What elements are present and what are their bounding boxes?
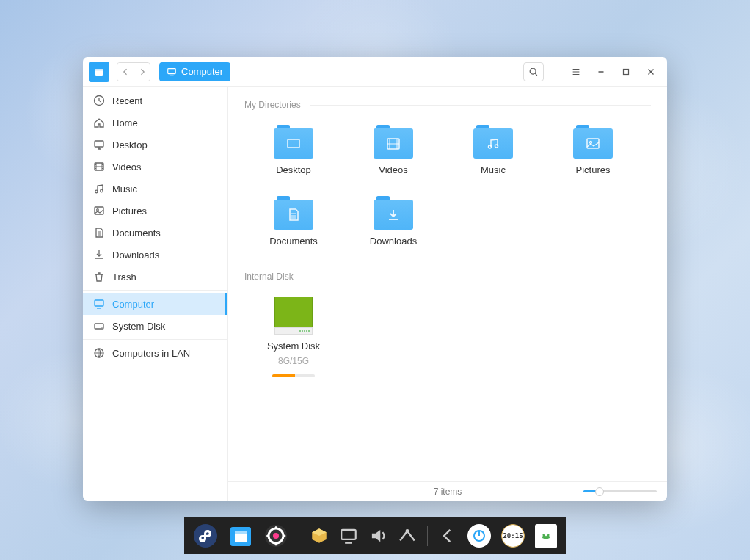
sidebar-item-label: Trash	[112, 272, 136, 283]
zoom-slider[interactable]	[583, 490, 657, 492]
folder-icon	[473, 125, 513, 159]
nav-buttons	[117, 62, 150, 81]
home-icon	[93, 117, 105, 128]
desktop-icon	[93, 139, 105, 150]
item-label: System Disk	[267, 341, 320, 352]
sidebar-item-home[interactable]: Home	[83, 112, 227, 134]
sidebar-item-music[interactable]: Music	[83, 178, 227, 200]
sidebar-item-desktop[interactable]: Desktop	[83, 134, 227, 156]
item-label: Documents	[269, 236, 318, 247]
computer-icon	[93, 298, 105, 310]
download-icon	[93, 249, 105, 261]
search-button[interactable]	[523, 62, 544, 81]
sidebar-item-recent[interactable]: Recent	[83, 90, 227, 112]
back-button[interactable]	[117, 63, 134, 81]
item-label: Downloads	[370, 236, 417, 247]
sidebar-item-label: Desktop	[112, 139, 148, 150]
sidebar: RecentHomeDesktopVideosMusicPicturesDocu…	[83, 87, 228, 501]
sidebar-item-label: Music	[112, 183, 137, 194]
dock-launcher[interactable]	[193, 523, 218, 548]
music-icon	[93, 183, 105, 194]
svg-point-17	[489, 145, 492, 148]
svg-point-18	[495, 145, 498, 148]
sidebar-item-pictures[interactable]: Pictures	[83, 200, 227, 222]
menu-button[interactable]	[566, 62, 586, 81]
trash-icon	[93, 271, 105, 283]
folder-icon	[374, 125, 413, 159]
minimize-button[interactable]	[591, 62, 611, 81]
folder-icon	[374, 196, 413, 230]
disk-usage-bar	[272, 374, 315, 377]
dock-tray-volume[interactable]	[368, 526, 387, 545]
folder-icon	[274, 196, 313, 230]
svg-rect-15	[288, 139, 299, 148]
folder-music[interactable]: Music	[444, 120, 542, 180]
dock-tray-package[interactable]	[310, 526, 329, 545]
folder-icon	[573, 125, 613, 159]
disk-icon	[93, 320, 105, 332]
folder-videos[interactable]: Videos	[344, 120, 443, 180]
video-icon	[93, 161, 105, 172]
item-label: Pictures	[576, 164, 611, 175]
svg-point-28	[406, 529, 409, 533]
sidebar-item-label: Pictures	[112, 206, 147, 217]
folder-documents[interactable]: Documents	[244, 192, 343, 251]
content-area: My Directories DesktopVideosMusicPicture…	[228, 87, 667, 501]
item-label: Videos	[379, 164, 408, 175]
disk-icon	[274, 297, 313, 335]
svg-rect-24	[235, 531, 247, 534]
clock-icon	[93, 95, 105, 106]
dock-tray-network[interactable]	[398, 526, 417, 545]
folder-icon	[274, 125, 313, 159]
breadcrumb-label: Computer	[181, 66, 223, 77]
folder-downloads[interactable]: Downloads	[344, 192, 443, 251]
dock-files[interactable]	[228, 523, 253, 548]
sidebar-item-system-disk[interactable]: System Disk	[83, 315, 227, 337]
computer-icon	[167, 67, 177, 77]
sidebar-item-label: Computers in LAN	[112, 348, 190, 359]
sidebar-item-videos[interactable]: Videos	[83, 156, 227, 178]
sidebar-item-label: Downloads	[112, 250, 159, 261]
sidebar-item-downloads[interactable]: Downloads	[83, 244, 227, 266]
sidebar-item-computer[interactable]: Computer	[83, 293, 227, 315]
network-icon	[93, 347, 105, 359]
item-count: 7 items	[312, 487, 583, 497]
dock: 20:15	[184, 517, 566, 554]
svg-rect-14	[95, 69, 103, 71]
dock-tray-desktop[interactable]	[339, 526, 358, 545]
app-icon	[89, 62, 109, 82]
maximize-button[interactable]	[616, 62, 636, 81]
dock-power[interactable]	[467, 524, 491, 548]
section-label-disks: Internal Disk	[244, 272, 294, 282]
sidebar-item-label: Home	[112, 117, 138, 128]
picture-icon	[93, 205, 105, 217]
dock-trash[interactable]	[535, 524, 557, 548]
svg-point-27	[273, 533, 279, 539]
section-label-directories: My Directories	[244, 100, 301, 110]
sidebar-item-trash[interactable]: Trash	[83, 266, 227, 288]
file-manager-window: Computer RecentHomeDesktopVideosMusicPic…	[83, 57, 667, 501]
sidebar-item-computers-in-lan[interactable]: Computers in LAN	[83, 342, 227, 364]
disk-system-disk[interactable]: System Disk8G/15G	[244, 292, 343, 382]
titlebar: Computer	[83, 57, 667, 87]
sidebar-item-label: Computer	[112, 299, 154, 310]
document-icon	[93, 227, 105, 239]
svg-point-20	[590, 141, 592, 143]
sidebar-item-label: Recent	[112, 95, 142, 106]
sidebar-item-documents[interactable]: Documents	[83, 222, 227, 244]
item-label: Music	[481, 164, 506, 175]
dock-settings[interactable]	[263, 523, 288, 548]
folder-desktop[interactable]: Desktop	[244, 120, 343, 180]
close-button[interactable]	[641, 62, 661, 81]
sidebar-item-label: Documents	[112, 228, 161, 239]
disk-usage: 8G/15G	[278, 356, 309, 366]
forward-button[interactable]	[134, 63, 150, 81]
breadcrumb[interactable]: Computer	[159, 62, 230, 81]
dock-clock[interactable]: 20:15	[501, 524, 525, 548]
dock-tray-expand[interactable]	[438, 526, 457, 545]
item-label: Desktop	[276, 164, 311, 175]
sidebar-item-label: Videos	[112, 161, 142, 172]
status-bar: 7 items	[228, 481, 667, 501]
sidebar-item-label: System Disk	[112, 321, 165, 332]
folder-pictures[interactable]: Pictures	[544, 120, 642, 180]
